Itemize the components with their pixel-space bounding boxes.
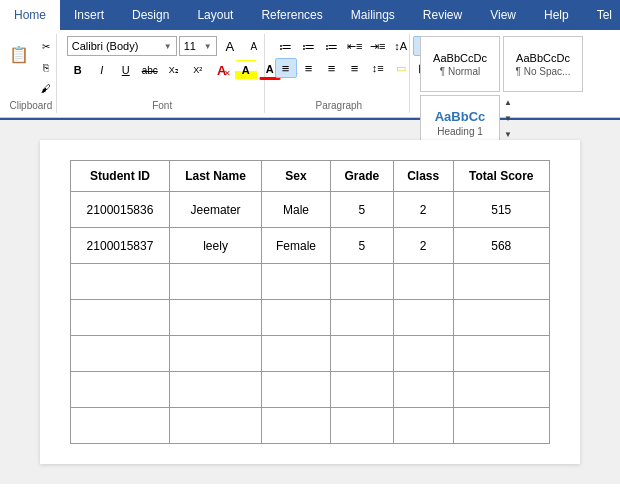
style-normal[interactable]: AaBbCcDc ¶ Normal [420, 36, 500, 92]
style-no-space[interactable]: AaBbCcDc ¶ No Spac... [503, 36, 583, 92]
bold-button[interactable]: B [67, 60, 89, 80]
numbering-button[interactable]: ≔ [298, 36, 320, 56]
decrease-font-button[interactable]: A [243, 36, 265, 56]
cell-sex[interactable]: Male [262, 192, 331, 228]
cell-grade[interactable] [330, 264, 393, 300]
cell-student_id[interactable] [71, 336, 170, 372]
cell-last_name[interactable] [169, 372, 261, 408]
tab-layout[interactable]: Layout [183, 0, 247, 30]
align-left-button[interactable]: ≡ [275, 58, 297, 78]
cell-class[interactable]: 2 [393, 192, 453, 228]
ribbon-tabs: Home Insert Design Layout References Mai… [0, 0, 620, 30]
table-row [71, 408, 550, 444]
cell-grade[interactable] [330, 408, 393, 444]
paragraph-group: ≔ ≔ ≔ ⇤≡ ⇥≡ ↕A ¶ ≡ ≡ ≡ ≡ ↕≡ ▭ ⊞ Paragrap… [269, 34, 410, 113]
cell-last_name[interactable] [169, 264, 261, 300]
cell-last_name[interactable]: leely [169, 228, 261, 264]
cell-total_score[interactable] [453, 408, 549, 444]
tab-mailings[interactable]: Mailings [337, 0, 409, 30]
cell-class[interactable] [393, 372, 453, 408]
decrease-indent-button[interactable]: ⇤≡ [344, 36, 366, 56]
cell-student_id[interactable] [71, 372, 170, 408]
font-name-arrow-icon: ▼ [164, 42, 172, 51]
cell-grade[interactable] [330, 300, 393, 336]
style-nospace-preview: AaBbCcDc [516, 52, 570, 64]
tab-home[interactable]: Home [0, 0, 60, 30]
multilevel-button[interactable]: ≔ [321, 36, 343, 56]
col-last-name: Last Name [169, 161, 261, 192]
tab-view[interactable]: View [476, 0, 530, 30]
cell-grade[interactable] [330, 372, 393, 408]
superscript-button[interactable]: X² [187, 60, 209, 80]
cell-student_id[interactable] [71, 408, 170, 444]
cell-grade[interactable]: 5 [330, 228, 393, 264]
cell-student_id[interactable]: 2100015837 [71, 228, 170, 264]
tab-help[interactable]: Help [530, 0, 583, 30]
cell-total_score[interactable] [453, 264, 549, 300]
increase-font-button[interactable]: A [219, 36, 241, 56]
cell-total_score[interactable] [453, 300, 549, 336]
cell-sex[interactable] [262, 336, 331, 372]
styles-scroll-up-icon[interactable]: ▲ [503, 97, 513, 108]
table-header-row: Student ID Last Name Sex Grade Class Tot… [71, 161, 550, 192]
cell-student_id[interactable] [71, 300, 170, 336]
align-center-button[interactable]: ≡ [298, 58, 320, 78]
strikethrough-button[interactable]: abc [139, 60, 161, 80]
font-size-value: 11 [184, 40, 196, 52]
format-painter-button[interactable]: 🖌 [35, 78, 57, 98]
cell-last_name[interactable] [169, 408, 261, 444]
bullets-button[interactable]: ≔ [275, 36, 297, 56]
style-nospace-label: ¶ No Spac... [516, 66, 571, 77]
italic-button[interactable]: I [91, 60, 113, 80]
align-right-button[interactable]: ≡ [321, 58, 343, 78]
subscript-button[interactable]: X₂ [163, 60, 185, 80]
cell-sex[interactable] [262, 264, 331, 300]
table-row [71, 336, 550, 372]
cell-class[interactable] [393, 408, 453, 444]
copy-button[interactable]: ⎘ [35, 57, 57, 77]
cell-sex[interactable] [262, 300, 331, 336]
tab-review[interactable]: Review [409, 0, 476, 30]
cell-total_score[interactable]: 515 [453, 192, 549, 228]
cell-sex[interactable]: Female [262, 228, 331, 264]
clear-format-button[interactable]: A✕ [211, 60, 233, 80]
cell-grade[interactable] [330, 336, 393, 372]
cell-total_score[interactable] [453, 372, 549, 408]
tab-tel[interactable]: Tel [583, 0, 620, 30]
cell-total_score[interactable] [453, 336, 549, 372]
cell-student_id[interactable]: 2100015836 [71, 192, 170, 228]
styles-scroll-down-icon[interactable]: ▼ [503, 113, 513, 124]
cell-total_score[interactable]: 568 [453, 228, 549, 264]
document-area: Student ID Last Name Sex Grade Class Tot… [0, 120, 620, 484]
clipboard-group: 📋 ✂ ⎘ 🖌 Clipboard [6, 34, 57, 113]
shading-button[interactable]: ▭ [390, 58, 412, 78]
cell-sex[interactable] [262, 372, 331, 408]
sort-button[interactable]: ↕A [390, 36, 412, 56]
cell-last_name[interactable]: Jeemater [169, 192, 261, 228]
table-row: 2100015836JeematerMale52515 [71, 192, 550, 228]
paste-button[interactable]: 📋 [5, 36, 33, 72]
font-size-dropdown[interactable]: 11 ▼ [179, 36, 217, 56]
cell-class[interactable]: 2 [393, 228, 453, 264]
cell-last_name[interactable] [169, 300, 261, 336]
style-normal-label: ¶ Normal [440, 66, 480, 77]
cell-class[interactable] [393, 336, 453, 372]
data-table: Student ID Last Name Sex Grade Class Tot… [70, 160, 550, 444]
tab-insert[interactable]: Insert [60, 0, 118, 30]
highlight-color-button[interactable]: A [235, 60, 257, 80]
cut-button[interactable]: ✂ [35, 36, 57, 56]
underline-button[interactable]: U [115, 60, 137, 80]
cell-sex[interactable] [262, 408, 331, 444]
table-row [71, 372, 550, 408]
tab-references[interactable]: References [247, 0, 336, 30]
font-name-dropdown[interactable]: Calibri (Body) ▼ [67, 36, 177, 56]
cell-student_id[interactable] [71, 264, 170, 300]
increase-indent-button[interactable]: ⇥≡ [367, 36, 389, 56]
line-spacing-button[interactable]: ↕≡ [367, 58, 389, 78]
cell-class[interactable] [393, 300, 453, 336]
cell-last_name[interactable] [169, 336, 261, 372]
tab-design[interactable]: Design [118, 0, 183, 30]
cell-grade[interactable]: 5 [330, 192, 393, 228]
cell-class[interactable] [393, 264, 453, 300]
justify-button[interactable]: ≡ [344, 58, 366, 78]
